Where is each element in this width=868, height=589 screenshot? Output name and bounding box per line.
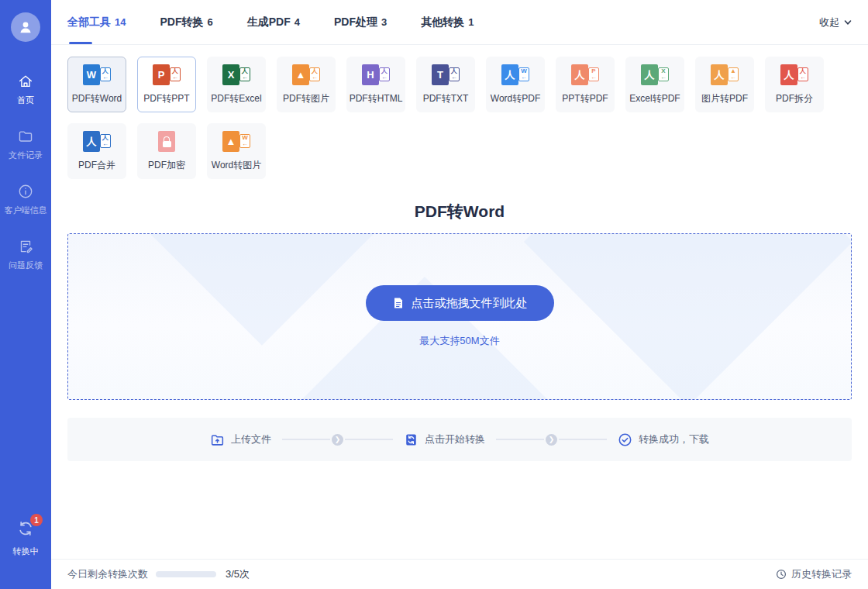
tool-card-1[interactable]: W 人← PDF转Word bbox=[67, 57, 126, 112]
tool-main-glyph: 人 bbox=[83, 131, 100, 152]
converting-count-badge: 1 bbox=[30, 514, 43, 526]
tool-badge-glyph: 人← bbox=[379, 67, 390, 81]
background-decoration bbox=[119, 233, 405, 346]
tabs-container: 全部工具 14 PDF转换 6 生成PDF 4 PDF处理 3 其他转换 1 bbox=[67, 0, 508, 44]
tool-card-label: PDF合并 bbox=[78, 159, 115, 172]
tab-count: 6 bbox=[207, 16, 212, 28]
tool-card-5[interactable]: H 人← PDF转HTML bbox=[346, 57, 405, 112]
tool-main-glyph: ▲ bbox=[292, 64, 309, 85]
clock-icon bbox=[776, 569, 787, 580]
user-icon bbox=[16, 18, 35, 36]
page-title: PDF转Word bbox=[51, 201, 868, 222]
tool-card-3[interactable]: X 人← PDF转Excel bbox=[207, 57, 266, 112]
tool-badge-glyph: W← bbox=[518, 67, 529, 81]
step-connector: ❯ bbox=[496, 434, 607, 446]
tool-card-label: PDF转Excel bbox=[211, 92, 261, 105]
sidebar-item-folder[interactable]: 文件记录 bbox=[0, 128, 51, 162]
tool-main-glyph: H bbox=[362, 64, 379, 85]
tool-main-glyph: 人 bbox=[501, 64, 518, 85]
tool-card-label: PDF转图片 bbox=[283, 92, 329, 105]
tab-1[interactable]: 全部工具 14 bbox=[67, 0, 126, 44]
tab-label: PDF转换 bbox=[160, 16, 203, 29]
quota-label: 今日剩余转换次数 bbox=[67, 567, 148, 581]
upload-button[interactable]: 点击或拖拽文件到此处 bbox=[366, 285, 554, 321]
tool-card-label: PDF加密 bbox=[148, 159, 185, 172]
sidebar-item-home[interactable]: 首页 bbox=[0, 73, 51, 107]
tool-card-7[interactable]: 人 W← Word转PDF bbox=[486, 57, 545, 112]
tool-card-10[interactable]: 人 ▲← 图片转PDF bbox=[695, 57, 754, 112]
tool-card-label: PDF拆分 bbox=[776, 92, 813, 105]
tab-count: 3 bbox=[381, 16, 387, 28]
tool-badge-glyph: ▲← bbox=[728, 67, 739, 81]
tab-4[interactable]: PDF处理 3 bbox=[334, 0, 387, 44]
step-1: 上传文件 bbox=[210, 432, 271, 447]
tool-card-label: PDF转Word bbox=[72, 92, 122, 105]
tab-label: PDF处理 bbox=[334, 16, 377, 29]
tool-card-8[interactable]: 人 P← PPT转PDF bbox=[556, 57, 615, 112]
tool-card-9[interactable]: 人 X← Excel转PDF bbox=[625, 57, 684, 112]
sidebar-item-label: 文件记录 bbox=[9, 150, 43, 162]
collapse-label: 收起 bbox=[819, 16, 839, 29]
tool-main-glyph: W bbox=[83, 64, 100, 85]
tool-card-12[interactable]: 人 人← PDF合并 bbox=[67, 123, 126, 179]
tab-count: 1 bbox=[468, 16, 474, 28]
tab-2[interactable]: PDF转换 6 bbox=[160, 0, 212, 44]
sidebar-item-info[interactable]: 客户端信息 bbox=[0, 183, 51, 217]
sidebar-nav: 首页 文件记录 客户端信息 问题反馈 bbox=[0, 73, 51, 272]
tool-badge-glyph: 人← bbox=[100, 134, 111, 148]
upload-dropzone[interactable]: 点击或拖拽文件到此处 最大支持50M文件 bbox=[67, 233, 852, 400]
home-icon bbox=[17, 73, 34, 90]
tab-5[interactable]: 其他转换 1 bbox=[421, 0, 474, 44]
tool-card-11[interactable]: 人 人← PDF拆分 bbox=[765, 57, 824, 112]
sidebar-item-label: 客户端信息 bbox=[4, 205, 46, 217]
tools-grid: W 人← PDF转Word P 人← PDF转PPT X 人← PDF转Exce… bbox=[51, 45, 868, 179]
tool-card-4[interactable]: ▲ 人← PDF转图片 bbox=[277, 57, 336, 112]
tool-card-label: PPT转PDF bbox=[562, 92, 608, 105]
info-icon bbox=[17, 183, 34, 200]
app-window: 首页 文件记录 客户端信息 问题反馈 1 转换中 全部工具 bbox=[0, 0, 868, 589]
tab-3[interactable]: 生成PDF 4 bbox=[247, 0, 300, 44]
step-connector: ❯ bbox=[282, 434, 393, 446]
tool-main-glyph: ▲ bbox=[222, 131, 239, 152]
tool-main-glyph: 人 bbox=[780, 64, 797, 85]
user-avatar[interactable] bbox=[11, 12, 40, 42]
sidebar: 首页 文件记录 客户端信息 问题反馈 1 转换中 bbox=[0, 0, 51, 589]
tool-main-glyph: X bbox=[222, 64, 239, 85]
quota-progressbar bbox=[156, 571, 216, 577]
sidebar-item-feedback[interactable]: 问题反馈 bbox=[0, 238, 51, 272]
folder-icon bbox=[17, 128, 34, 145]
convert-doc-icon bbox=[404, 432, 418, 447]
tool-card-label: PDF转PPT bbox=[143, 92, 189, 105]
feedback-icon bbox=[17, 238, 34, 255]
category-tabbar: 全部工具 14 PDF转换 6 生成PDF 4 PDF处理 3 其他转换 1 收… bbox=[51, 0, 868, 45]
upload-folder-icon bbox=[210, 432, 225, 447]
sidebar-item-label: 首页 bbox=[17, 95, 34, 107]
tool-card-label: Excel转PDF bbox=[629, 92, 680, 105]
tool-card-6[interactable]: T 人← PDF转TXT bbox=[416, 57, 475, 112]
footer-bar: 今日剩余转换次数 3/5次 历史转换记录 bbox=[51, 559, 868, 589]
document-icon bbox=[392, 297, 405, 309]
tool-card-label: Word转图片 bbox=[212, 159, 261, 172]
sidebar-item-converting[interactable]: 1 转换中 bbox=[0, 519, 51, 558]
tool-badge-glyph: 人← bbox=[309, 67, 320, 81]
tool-card-14[interactable]: ▲ W← Word转图片 bbox=[207, 123, 266, 179]
tab-label: 生成PDF bbox=[247, 16, 291, 29]
tool-card-13[interactable]: ← PDF加密 bbox=[137, 123, 196, 179]
upload-size-hint: 最大支持50M文件 bbox=[419, 334, 499, 348]
tool-main-glyph: T bbox=[432, 64, 449, 85]
tool-main-glyph: 人 bbox=[641, 64, 658, 85]
sidebar-item-label: 问题反馈 bbox=[9, 260, 43, 272]
history-label: 历史转换记录 bbox=[791, 567, 852, 581]
tool-badge-glyph: P← bbox=[588, 67, 599, 81]
tab-count: 4 bbox=[294, 16, 300, 28]
background-decoration bbox=[524, 233, 852, 400]
tool-badge-glyph: 人← bbox=[239, 67, 250, 81]
tool-card-2[interactable]: P 人← PDF转PPT bbox=[137, 57, 196, 112]
history-link[interactable]: 历史转换记录 bbox=[776, 567, 852, 581]
tool-badge-glyph: 人← bbox=[170, 67, 181, 81]
step-label: 转换成功，下载 bbox=[639, 432, 709, 446]
tool-badge-glyph: 人← bbox=[449, 67, 460, 81]
upload-button-label: 点击或拖拽文件到此处 bbox=[412, 296, 528, 311]
step-label: 上传文件 bbox=[231, 432, 271, 446]
collapse-toggle[interactable]: 收起 bbox=[819, 16, 852, 29]
